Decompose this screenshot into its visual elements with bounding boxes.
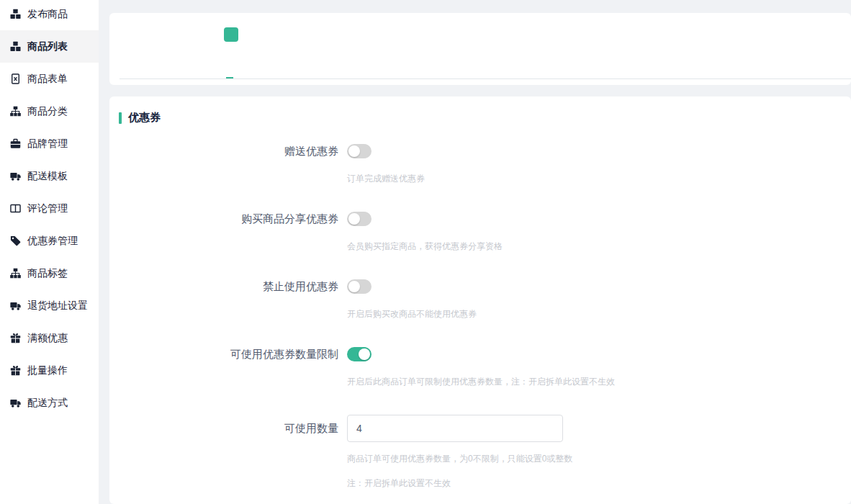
subtab-member-price-settings[interactable] <box>413 69 420 78</box>
field-hint: 注：开启拆单此设置不生效 <box>347 477 851 489</box>
sidebar-item-label: 优惠券管理 <box>27 235 78 248</box>
sidebar-item-product-list[interactable]: 商品列表 <box>0 30 99 63</box>
field-hint: 开启后此商品订单可限制使用优惠券数量，注：开启拆单此设置不生效 <box>347 376 851 387</box>
sidebar-item-publish-product[interactable]: 发布商品 <box>0 0 99 30</box>
coupon-quantity-limit-toggle[interactable] <box>347 347 372 361</box>
coupon-settings-form: 赠送优惠券 订单完成赠送优惠券 购买商品分享优惠券 会员购买指定商品，获得优惠券… <box>109 144 851 489</box>
sidebar-item-label: 退货地址设置 <box>27 300 88 312</box>
subtab-flash-sale[interactable] <box>253 69 260 78</box>
sidebar-item-label: 评论管理 <box>27 202 68 215</box>
sidebar-item-batch-operation[interactable]: 批量操作 <box>0 354 99 387</box>
coupon-settings-card: 优惠券 赠送优惠券 订单完成赠送优惠券 购买商品分享优惠券 会员购买指定商品，获… <box>109 96 851 504</box>
sidebar-item-review-management[interactable]: 评论管理 <box>0 192 99 225</box>
sidebar-item-coupon-management[interactable]: 优惠券管理 <box>0 225 99 257</box>
sidebar-item-label: 满额优惠 <box>27 332 68 345</box>
subtab-share-follow[interactable] <box>173 69 180 78</box>
tag-icon <box>9 235 21 247</box>
sitemap-icon <box>9 106 21 117</box>
sidebar-item-label: 商品列表 <box>27 40 68 53</box>
sidebar-item-product-tags[interactable]: 商品标签 <box>0 257 99 289</box>
sidebar-item-label: 商品表单 <box>27 73 68 86</box>
primary-tab-bar <box>109 22 851 48</box>
subtab-coupon[interactable] <box>226 69 233 78</box>
columns-icon <box>9 203 21 215</box>
form-item-coupon-quantity-limit: 可使用优惠券数量限制 开启后此商品订单可限制使用优惠券数量，注：开启拆单此设置不… <box>109 347 851 387</box>
sidebar-item-delivery-template[interactable]: 配送模板 <box>0 160 99 192</box>
sidebar-item-label: 发布商品 <box>27 8 68 21</box>
field-hint: 会员购买指定商品，获得优惠券分享资格 <box>347 240 851 252</box>
sitemap-icon <box>9 268 21 279</box>
subtab-permission[interactable] <box>199 69 207 78</box>
sidebar-item-brand-management[interactable]: 品牌管理 <box>0 127 99 160</box>
sidebar-item-label: 配送方式 <box>27 397 68 410</box>
field-hint: 商品订单可使用优惠券数量，为0不限制，只能设置0或整数 <box>347 453 851 464</box>
form-item-forbid-coupon: 禁止使用优惠券 开启后购买改商品不能使用优惠券 <box>109 279 851 320</box>
sidebar: 发布商品 商品列表 商品表单 商品分类 品牌管理 配送模板 评论管理 优惠券管理… <box>0 0 99 504</box>
usable-quantity-input[interactable] <box>347 415 563 442</box>
cubes-icon <box>9 41 21 53</box>
content-area: 优惠券 赠送优惠券 订单完成赠送优惠券 购买商品分享优惠券 会员购买指定商品，获… <box>109 0 851 504</box>
section-accent-bar <box>119 112 122 124</box>
form-item-usable-quantity: 可使用数量 商品订单可使用优惠券数量，为0不限制，只能设置0或整数注：开启拆单此… <box>109 415 851 489</box>
field-label: 可使用优惠券数量限制 <box>109 348 338 361</box>
subtab-credit-value[interactable] <box>333 69 340 78</box>
sidebar-item-label: 批量操作 <box>27 364 68 377</box>
form-item-give-coupon: 赠送优惠券 订单完成赠送优惠券 <box>109 144 851 184</box>
subtab-invite-page[interactable] <box>279 69 287 78</box>
subtab-marketing[interactable] <box>146 69 153 78</box>
field-label: 购买商品分享优惠券 <box>109 212 338 226</box>
sidebar-item-label: 商品分类 <box>27 105 68 118</box>
field-hint: 订单完成赠送优惠券 <box>347 173 851 184</box>
section-title: 优惠券 <box>128 111 161 125</box>
truck-icon <box>9 300 21 312</box>
truck-icon <box>9 397 21 409</box>
subtab-product-free-order[interactable] <box>359 69 366 78</box>
gift-icon <box>9 333 21 344</box>
cubes-icon <box>9 9 21 20</box>
give-coupon-toggle[interactable] <box>347 144 372 158</box>
field-label: 禁止使用优惠券 <box>109 280 338 294</box>
field-label: 赠送优惠券 <box>109 145 338 158</box>
form-item-buy-share-coupon: 购买商品分享优惠券 会员购买指定商品，获得优惠券分享资格 <box>109 212 851 252</box>
sidebar-item-label: 配送模板 <box>27 170 68 183</box>
buy-share-coupon-toggle[interactable] <box>347 212 372 226</box>
briefcase-icon <box>9 138 21 150</box>
subtab-consume-points[interactable] <box>386 69 393 78</box>
file-icon <box>9 73 21 85</box>
sidebar-item-label: 商品标签 <box>27 267 68 280</box>
subtab-discount[interactable] <box>120 69 127 78</box>
tab-marketing-settings[interactable] <box>224 27 238 42</box>
sidebar-item-delivery-method[interactable]: 配送方式 <box>0 387 99 419</box>
sidebar-item-label: 品牌管理 <box>27 138 68 150</box>
subtab-ad-slogan[interactable] <box>306 69 313 78</box>
section-header: 优惠券 <box>109 96 851 125</box>
secondary-tab-bar <box>120 48 851 79</box>
tabs-card <box>109 13 851 85</box>
sidebar-item-product-category[interactable]: 商品分类 <box>0 95 99 127</box>
sidebar-menu: 发布商品 商品列表 商品表单 商品分类 品牌管理 配送模板 评论管理 优惠券管理… <box>0 0 99 419</box>
gift-icon <box>9 365 21 377</box>
forbid-coupon-toggle[interactable] <box>347 279 372 294</box>
sidebar-item-product-form[interactable]: 商品表单 <box>0 63 99 95</box>
field-label: 可使用数量 <box>109 422 338 436</box>
field-hint: 开启后购买改商品不能使用优惠券 <box>347 308 851 320</box>
truck-icon <box>9 171 21 182</box>
sidebar-item-return-address-settings[interactable]: 退货地址设置 <box>0 289 99 322</box>
sidebar-item-full-amount-discount[interactable]: 满额优惠 <box>0 322 99 354</box>
